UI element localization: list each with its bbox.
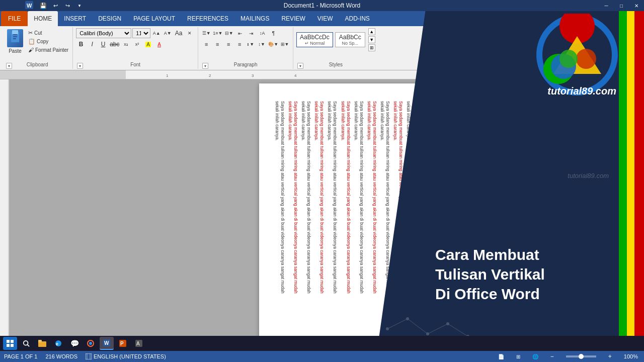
- copy-icon: 📋: [28, 38, 35, 45]
- ribbon-content: Paste ✂ Cut 📋 Copy 🖌 Format: [0, 26, 644, 70]
- left-panel: 1 2 3 4: [0, 79, 126, 336]
- justify-btn[interactable]: ≡: [234, 39, 245, 49]
- tab-insert[interactable]: INSERT: [58, 11, 92, 26]
- zoom-slider[interactable]: [566, 355, 596, 357]
- customize-qat-btn[interactable]: ▼: [74, 1, 85, 10]
- align-right-btn[interactable]: ≡: [223, 39, 233, 49]
- paste-label: Paste: [9, 48, 22, 54]
- svg-text:P: P: [120, 341, 124, 346]
- view-print-btn[interactable]: 📄: [496, 354, 506, 359]
- change-case-btn[interactable]: Aa: [174, 28, 184, 38]
- italic-btn[interactable]: I: [87, 39, 97, 49]
- format-painter-icon: 🖌: [28, 47, 34, 53]
- superscript-btn[interactable]: x²: [132, 39, 142, 49]
- font-label: Font: [73, 62, 198, 67]
- font-name-select[interactable]: Calibri (Body): [76, 28, 131, 38]
- taskbar: e 💬 W P A: [0, 336, 644, 351]
- svg-text:1: 1: [166, 73, 169, 78]
- ribbon-tab-bar: FILE HOME INSERT DESIGN PAGE LAYOUT REFE…: [0, 11, 644, 26]
- tab-file[interactable]: FILE: [1, 11, 28, 26]
- file-explorer-btn[interactable]: [35, 337, 49, 350]
- underline-btn[interactable]: U: [98, 39, 108, 49]
- svg-rect-35: [7, 340, 10, 343]
- align-left-btn[interactable]: ≡: [201, 39, 211, 49]
- browser-btn[interactable]: [84, 337, 98, 350]
- titlebar: W 💾 ↩ ↪ ▼ Document1 - Microsoft Word ─ □…: [0, 0, 644, 11]
- vcol-11: Saya sedang membuat tulisan miring atau …: [406, 101, 417, 297]
- show-hide-btn[interactable]: ¶: [268, 28, 278, 38]
- font-color-icon: A: [157, 42, 161, 47]
- chat-btn[interactable]: 💬: [67, 337, 82, 350]
- view-web-btn[interactable]: 🌐: [530, 354, 540, 359]
- tab-page-layout[interactable]: PAGE LAYOUT: [127, 11, 181, 26]
- decrease-indent-btn[interactable]: ⇤: [235, 28, 245, 38]
- tab-references[interactable]: REFERENCES: [181, 11, 234, 26]
- format-painter-button[interactable]: 🖌 Format Painter: [27, 46, 69, 53]
- font-size-select[interactable]: 11: [132, 28, 150, 38]
- paragraph-label: Paragraph: [198, 62, 293, 67]
- word-taskbar-btn[interactable]: W: [100, 337, 114, 350]
- zoom-in-btn[interactable]: +: [606, 353, 614, 360]
- redo-qat-btn[interactable]: ↪: [62, 1, 72, 10]
- columns-btn[interactable]: ⫾▼: [246, 39, 256, 49]
- font-color-btn[interactable]: A: [154, 39, 165, 49]
- minimize-btn[interactable]: ─: [599, 0, 614, 11]
- tab-view[interactable]: VIEW: [311, 11, 339, 26]
- svg-text:1: 1: [0, 109, 1, 112]
- svg-rect-36: [11, 340, 14, 343]
- multilevel-list-btn[interactable]: ⊟▼: [224, 28, 234, 38]
- bullets-btn[interactable]: ☰▼: [201, 28, 211, 38]
- search-taskbar-btn[interactable]: [19, 337, 33, 350]
- tab-review[interactable]: REVIEW: [275, 11, 311, 26]
- tab-home[interactable]: HOME: [28, 11, 58, 26]
- align-center-btn[interactable]: ≡: [212, 39, 222, 49]
- save-qat-btn[interactable]: 💾: [38, 1, 48, 10]
- clipboard-group: Paste ✂ Cut 📋 Copy 🖌 Format: [2, 27, 73, 69]
- page-info: PAGE 1 OF 1: [4, 353, 37, 359]
- shading-btn[interactable]: 🎨▼: [268, 39, 279, 49]
- main-workspace: 1 2 3 4 Saya sedang membuat tulisan miri…: [0, 79, 644, 336]
- increase-indent-btn[interactable]: ⇥: [246, 28, 256, 38]
- svg-text:2: 2: [0, 144, 1, 147]
- tab-add-ins[interactable]: ADD-INS: [339, 11, 375, 26]
- other-app-btn[interactable]: A: [132, 337, 146, 350]
- clear-formatting-btn[interactable]: ✕: [185, 28, 195, 38]
- svg-text:4: 4: [0, 215, 1, 217]
- vcol-3: Saya sedang membuat tulisan miring atau …: [300, 101, 311, 297]
- grow-font-btn[interactable]: A▲: [151, 28, 162, 38]
- style-normal[interactable]: AaBbCcDc ↵ Normal: [296, 32, 333, 47]
- paragraph-group: ☰▼ 1≡▼ ⊟▼ ⇤ ⇥ ↕A ¶ ≡ ≡ ≡ ≡ ⫾▼: [198, 27, 293, 69]
- vcol-5: Saya sedang membuat tulisan miring atau …: [327, 101, 338, 297]
- maximize-btn[interactable]: □: [614, 0, 629, 11]
- shrink-font-btn[interactable]: A▼: [163, 28, 173, 38]
- undo-qat-btn[interactable]: ↩: [50, 1, 60, 10]
- highlight-icon: A: [145, 42, 151, 47]
- powerpoint-taskbar-btn[interactable]: P: [116, 337, 130, 350]
- line-spacing-btn[interactable]: ↕▼: [257, 39, 267, 49]
- zoom-out-btn[interactable]: −: [548, 353, 556, 360]
- styles-scroll-down[interactable]: ▲ ▼ ⊞: [368, 28, 375, 51]
- vcol-6: Saya sedang membuat tulisan miring atau …: [340, 101, 351, 297]
- edge-browser-btn[interactable]: e: [51, 337, 65, 350]
- start-button[interactable]: [3, 337, 17, 350]
- tab-mailings[interactable]: MAILINGS: [234, 11, 275, 26]
- paste-button[interactable]: Paste: [5, 28, 25, 55]
- ruler-left-pad: [0, 70, 126, 79]
- sort-btn[interactable]: ↕A: [257, 28, 267, 38]
- subscript-btn[interactable]: x₂: [121, 39, 131, 49]
- svg-rect-7: [126, 70, 644, 79]
- word-count: 216 WORDS: [45, 353, 77, 359]
- svg-text:4: 4: [294, 73, 297, 78]
- document-page[interactable]: Saya sedang membuat tulisan miring atau …: [259, 83, 511, 336]
- close-btn[interactable]: ✕: [629, 0, 644, 11]
- style-no-spacing[interactable]: AaBbCc No Sp...: [335, 32, 365, 47]
- strikethrough-btn[interactable]: abc: [109, 39, 120, 49]
- cut-button[interactable]: ✂ Cut: [27, 29, 69, 37]
- borders-btn[interactable]: ⊞▼: [280, 39, 290, 49]
- view-fullscreen-btn[interactable]: ⊞: [514, 354, 522, 359]
- tab-design[interactable]: DESIGN: [92, 11, 127, 26]
- numbering-btn[interactable]: 1≡▼: [212, 28, 223, 38]
- text-highlight-btn[interactable]: A: [143, 39, 153, 49]
- copy-button[interactable]: 📋 Copy: [27, 38, 69, 45]
- bold-btn[interactable]: B: [76, 39, 86, 49]
